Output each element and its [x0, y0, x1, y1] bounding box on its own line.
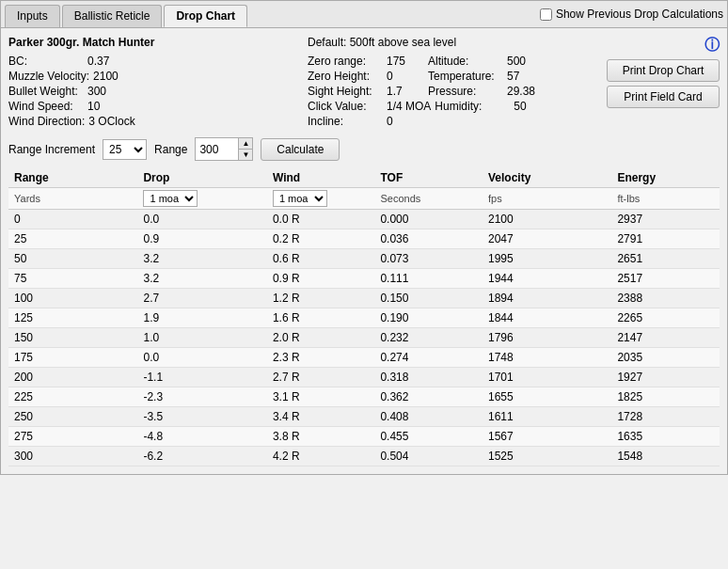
cell-velocity: 1567 [483, 427, 611, 447]
cell-drop: -2.3 [137, 387, 266, 407]
cell-tof: 0.111 [374, 269, 483, 289]
click-value-value: 1/4 MOA [387, 100, 431, 113]
col-header-drop: Drop [137, 168, 266, 188]
cell-energy: 2265 [611, 308, 720, 328]
cell-range: 25 [8, 229, 137, 249]
bc-label: BC: [8, 55, 84, 68]
sight-height-value: 1.7 [387, 85, 424, 98]
cell-wind: 1.2 R [267, 289, 375, 308]
tab-ballistic-reticle[interactable]: Ballistic Reticle [62, 5, 163, 27]
cell-range: 0 [8, 210, 137, 229]
cell-range: 225 [8, 387, 137, 407]
table-row: 250.90.2 R0.03620472791 [8, 229, 720, 249]
pressure-label: Pressure: [428, 85, 503, 98]
tab-inputs[interactable]: Inputs [5, 5, 60, 27]
range-increment-label: Range Increment [8, 143, 95, 156]
table-row: 225-2.33.1 R0.36216551825 [8, 387, 720, 407]
cell-range: 275 [8, 427, 137, 447]
table-row: 753.20.9 R0.11119442517 [8, 269, 720, 289]
cell-tof: 0.232 [374, 328, 483, 348]
cell-energy: 2937 [611, 210, 720, 229]
cell-drop: 1.9 [137, 308, 266, 328]
range-increment-select[interactable]: 25 5 10 50 100 [103, 139, 147, 160]
click-value-label: Click Value: [308, 100, 383, 113]
calculate-button[interactable]: Calculate [261, 138, 340, 161]
col-header-wind: Wind [267, 168, 375, 188]
cell-range: 150 [8, 328, 137, 348]
subheader-seconds: Seconds [374, 188, 483, 210]
cell-wind: 0.6 R [267, 249, 375, 269]
table-row: 503.20.6 R0.07319952651 [8, 249, 720, 269]
subheader-fps: fps [483, 188, 611, 210]
cell-wind: 1.6 R [267, 308, 375, 328]
cell-wind: 0.2 R [267, 229, 375, 249]
cell-wind: 3.4 R [267, 407, 375, 427]
cell-energy: 1825 [611, 387, 720, 407]
incline-label: Incline: [308, 115, 383, 128]
wind-unit-select[interactable]: 1 moa inches [273, 190, 327, 207]
cell-tof: 0.000 [374, 210, 483, 229]
muzzle-velocity-value: 2100 [93, 70, 131, 83]
cell-range: 100 [8, 289, 137, 308]
print-field-card-button[interactable]: Print Field Card [607, 86, 720, 108]
cell-wind: 2.3 R [267, 348, 375, 368]
print-drop-chart-button[interactable]: Print Drop Chart [607, 59, 720, 82]
cell-range: 300 [8, 447, 137, 466]
ammo-title: Parker 300gr. Match Hunter [8, 36, 154, 49]
cell-velocity: 1701 [483, 368, 611, 387]
zero-height-label: Zero Height: [308, 70, 383, 83]
cell-drop: 0.0 [137, 348, 266, 368]
cell-tof: 0.150 [374, 289, 483, 308]
range-input[interactable] [196, 141, 238, 158]
help-icon[interactable]: ⓘ [704, 36, 720, 55]
show-previous-checkbox[interactable] [540, 8, 552, 21]
cell-energy: 1548 [611, 447, 720, 466]
cell-range: 50 [8, 249, 137, 269]
range-spinner: ▲ ▼ [238, 138, 252, 160]
cell-drop: 0.0 [137, 210, 266, 229]
wind-direction-label: Wind Direction: [8, 115, 85, 128]
drop-unit-select[interactable]: 1 moa inches [143, 190, 198, 207]
default-label: Default: 500ft above sea level [308, 36, 456, 49]
zero-range-label: Zero range: [308, 55, 383, 68]
cell-wind: 2.0 R [267, 328, 375, 348]
cell-tof: 0.274 [374, 348, 483, 368]
subheader-drop-unit: 1 moa inches [137, 188, 266, 210]
range-input-container: ▲ ▼ [195, 137, 253, 161]
bullet-weight-label: Bullet Weight: [8, 85, 84, 98]
col-header-energy: Energy [611, 168, 720, 188]
cell-tof: 0.318 [374, 368, 483, 387]
cell-range: 200 [8, 368, 137, 387]
show-previous-label: Show Previous Drop Calculations [556, 8, 723, 21]
incline-value: 0 [387, 115, 424, 128]
cell-velocity: 1525 [483, 447, 611, 466]
cell-energy: 2651 [611, 249, 720, 269]
cell-energy: 2035 [611, 348, 720, 368]
zero-height-value: 0 [387, 70, 424, 83]
cell-range: 175 [8, 348, 137, 368]
temperature-label: Temperature: [428, 70, 503, 83]
col-header-tof: TOF [374, 168, 483, 188]
cell-energy: 2517 [611, 269, 720, 289]
cell-wind: 3.8 R [267, 427, 375, 447]
cell-wind: 3.1 R [267, 387, 375, 407]
range-down-button[interactable]: ▼ [239, 150, 252, 160]
cell-energy: 2791 [611, 229, 720, 249]
drop-chart-table: Range Drop Wind TOF Velocity Energy Yard… [8, 168, 720, 466]
cell-tof: 0.504 [374, 447, 483, 466]
cell-velocity: 1748 [483, 348, 611, 368]
range-up-button[interactable]: ▲ [239, 138, 252, 150]
cell-range: 125 [8, 308, 137, 328]
table-row: 1750.02.3 R0.27417482035 [8, 348, 720, 368]
cell-drop: 1.0 [137, 328, 266, 348]
cell-drop: 2.7 [137, 289, 266, 308]
col-header-range: Range [8, 168, 137, 188]
altitude-label: Altitude: [428, 55, 503, 68]
cell-drop: 3.2 [137, 249, 266, 269]
table-row: 00.00.0 R0.00021002937 [8, 210, 720, 229]
tab-drop-chart[interactable]: Drop Chart [164, 5, 247, 27]
cell-velocity: 2100 [483, 210, 611, 229]
cell-drop: 3.2 [137, 269, 266, 289]
cell-energy: 1635 [611, 427, 720, 447]
subheader-yards: Yards [8, 188, 137, 210]
